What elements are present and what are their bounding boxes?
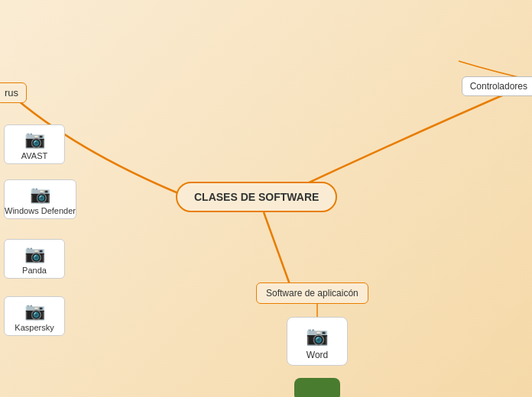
camera-icon: 📷 <box>24 303 45 320</box>
windows-defender-card[interactable]: 📷 Windows Defender <box>4 179 76 219</box>
avast-label: AVAST <box>21 151 47 160</box>
camera-icon: 📷 <box>24 131 45 148</box>
center-node-label: CLASES DE SOFTWARE <box>194 191 319 203</box>
windows-defender-label: Windows Defender <box>5 206 76 215</box>
word-label: Word <box>307 350 328 360</box>
panda-card[interactable]: 📷 Panda <box>4 239 65 279</box>
camera-icon: 📷 <box>24 246 45 263</box>
green-node <box>294 378 340 397</box>
kaspersky-card[interactable]: 📷 Kaspersky <box>4 296 65 336</box>
center-node: CLASES DE SOFTWARE <box>176 182 337 212</box>
kaspersky-label: Kaspersky <box>15 323 54 332</box>
avast-card[interactable]: 📷 AVAST <box>4 124 65 164</box>
camera-icon: 📷 <box>306 325 329 347</box>
antivirus-label: rus <box>0 82 27 103</box>
word-card[interactable]: 📷 Word <box>287 317 348 366</box>
controladores-label: Controladores <box>462 76 532 96</box>
aplicacion-label: Software de aplicaicón <box>256 282 368 304</box>
mind-map-container: rus Controladores 📷 AVAST 📷 Windows Defe… <box>0 0 532 397</box>
camera-icon: 📷 <box>30 186 50 203</box>
panda-label: Panda <box>22 266 47 275</box>
